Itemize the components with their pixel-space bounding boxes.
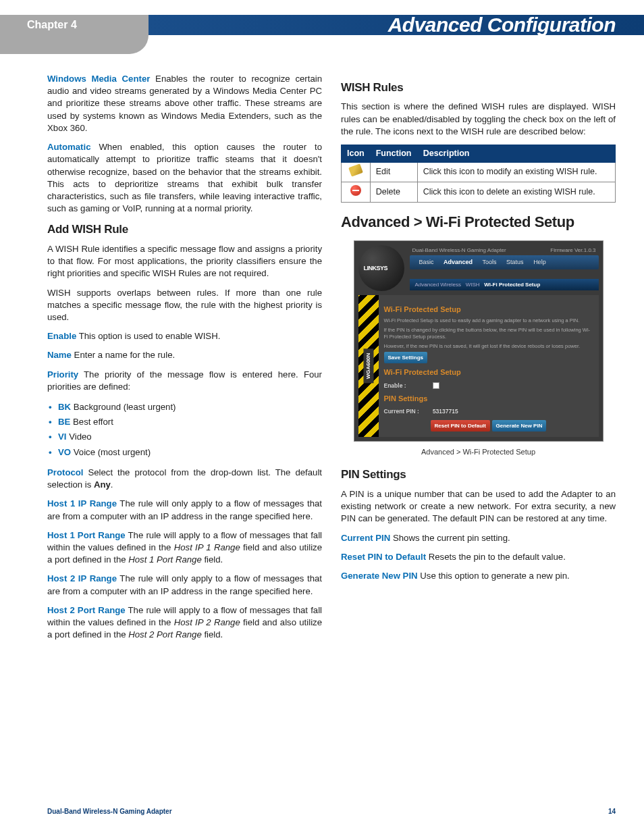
ss-subtab-b[interactable]: WISH [466, 282, 480, 288]
cell-edit-desc: Click this icon to modify an existing WI… [417, 163, 615, 182]
wps-screenshot: LINKSYS Dual-Band Wireless-N Gaming Adap… [354, 240, 603, 442]
heading-wps: Advanced > Wi-Fi Protected Setup [341, 212, 616, 232]
ss-model-label: WGA600N [363, 349, 373, 384]
term-current-pin: Current PIN [341, 533, 390, 543]
ss-reset-pin-button[interactable]: Reset PIN to Default [431, 420, 490, 432]
priority-code-vi: VI [58, 432, 66, 442]
text-name: Enter a name for the rule. [74, 350, 176, 360]
priority-text-bk: Background (least urgent) [74, 402, 176, 412]
edit-icon [348, 164, 363, 177]
text-h1port-c: field. [202, 554, 223, 565]
priority-text-be: Best effort [73, 417, 113, 427]
ss-tab-tools[interactable]: Tools [483, 259, 497, 265]
ss-section1-title: Wi-Fi Protected Setup [384, 305, 593, 315]
ss-product-line: Dual-Band Wireless-N Gaming Adapter Firm… [410, 245, 599, 255]
para-pin: A PIN is a unique number that can be use… [341, 488, 616, 525]
priority-text-vo: Voice (most urgent) [74, 447, 151, 457]
priority-item-vi: VI Video [47, 429, 322, 444]
priority-code-bk: BK [58, 402, 71, 412]
ss-subtabs: Advanced Wireless WISH Wi-Fi Protected S… [410, 279, 599, 290]
text-reset-pin: Resets the pin to the default value. [429, 552, 566, 562]
term-gen-pin: Generate New PIN [341, 571, 418, 581]
ss-desc-1: Wi-Fi Protected Setup is used to easily … [384, 317, 593, 324]
text-h1port-em1: Host IP 1 Range [174, 542, 240, 552]
text-enable: This option is used to enable WISH. [79, 331, 221, 341]
para-protocol: Protocol Select the protocol from the dr… [47, 467, 322, 491]
ss-firmware: Firmware Ver.1.0.3 [550, 246, 595, 254]
ss-enable-checkbox[interactable] [433, 382, 439, 389]
heading-pin-settings: PIN Settings [341, 467, 616, 482]
priority-list: BK Background (least urgent) BE Best eff… [47, 400, 322, 460]
text-protocol-b: . [111, 479, 113, 490]
icon-table: Icon Function Description Edit Click thi… [341, 145, 616, 203]
screenshot-caption: Advanced > Wi-Fi Protected Setup [341, 447, 616, 457]
left-column: Windows Media Center Enables the router … [47, 73, 322, 793]
term-h1port: Host 1 Port Range [47, 530, 126, 540]
ss-logo-circle: LINKSYS [358, 245, 404, 291]
term-h1ip: Host 1 IP Range [47, 498, 117, 509]
text-protocol-bold: Any [94, 479, 111, 490]
heading-wish-rules: WISH Rules [341, 80, 616, 95]
ss-logo-text: LINKSYS [364, 264, 388, 272]
cell-delete-desc: Click this icon to delete an existing WI… [417, 182, 615, 202]
ss-product: Dual-Band Wireless-N Gaming Adapter [412, 246, 506, 254]
ss-subtab-a[interactable]: Advanced Wireless [415, 282, 461, 288]
th-icon: Icon [342, 145, 371, 163]
para-h2ip: Host 2 IP Range The rule will only apply… [47, 573, 322, 597]
ss-subtab-c[interactable]: Wi-Fi Protected Setup [484, 282, 540, 288]
priority-code-vo: VO [58, 447, 71, 457]
text-priority: The priority of the message flow is ente… [47, 369, 322, 392]
ss-section2-title: Wi-Fi Protected Setup [384, 367, 593, 377]
cell-edit-icon [342, 163, 371, 182]
para-wish-rules: This section is where the defined WISH r… [341, 101, 616, 138]
text-auto: When enabled, this option causes the rou… [47, 142, 322, 213]
th-description: Description [417, 145, 615, 163]
priority-code-be: BE [58, 417, 70, 427]
ss-tab-advanced[interactable]: Advanced [444, 259, 473, 265]
ss-section3-title: PIN Settings [384, 394, 593, 404]
priority-text-vi: Video [69, 432, 92, 442]
term-h2ip: Host 2 IP Range [47, 573, 117, 583]
ss-pin-value: 53137715 [433, 408, 458, 415]
text-h1port-em2: Host 1 Port Range [128, 554, 202, 565]
ss-tabs: Basic Advanced Tools Status Help [410, 255, 599, 269]
term-wmc: Windows Media Center [47, 74, 150, 84]
ss-pin-label: Current PIN : [384, 408, 431, 416]
para-h1port: Host 1 Port Range The rule will apply to… [47, 529, 322, 567]
priority-item-be: BE Best effort [47, 415, 322, 429]
para-priority: Priority The priority of the message flo… [47, 369, 322, 393]
ss-pin-row: Current PIN : 53137715 [384, 408, 593, 416]
delete-icon [350, 185, 361, 196]
ss-generate-pin-button[interactable]: Generate New PIN [492, 420, 547, 432]
ss-enable-label: Enable : [384, 382, 431, 390]
text-h2port-c: field. [202, 629, 223, 640]
para-gen-pin: Generate New PIN Use this option to gene… [341, 570, 616, 582]
text-current-pin: Shows the current pin setting. [393, 533, 510, 543]
para-name: Name Enter a name for the rule. [47, 349, 322, 361]
ss-tab-basic[interactable]: Basic [419, 259, 434, 265]
th-function: Function [370, 145, 417, 163]
para-h1ip: Host 1 IP Range The rule will only apply… [47, 498, 322, 522]
term-protocol: Protocol [47, 467, 83, 477]
ss-side-stripe: WGA600N [358, 295, 379, 437]
text-h2port-em1: Host IP 2 Range [174, 617, 240, 627]
ss-tab-status[interactable]: Status [506, 259, 524, 265]
page-title: Advanced Configuration [388, 14, 616, 36]
text-protocol-a: Select the protocol from the drop-down l… [47, 467, 322, 490]
term-reset-pin: Reset PIN to Default [341, 552, 426, 562]
para-wmc: Windows Media Center Enables the router … [47, 73, 322, 134]
table-row: Edit Click this icon to modify an existi… [342, 163, 616, 182]
cell-delete-icon [342, 182, 371, 202]
cell-delete-func: Delete [370, 182, 417, 202]
right-column: WISH Rules This section is where the def… [341, 73, 616, 793]
para-h2port: Host 2 Port Range The rule will apply to… [47, 604, 322, 642]
para-addrule-2: WISH supports overlaps between rules. If… [47, 287, 322, 324]
term-priority: Priority [47, 369, 78, 380]
ss-save-button[interactable]: Save Settings [384, 352, 427, 363]
ss-tab-help[interactable]: Help [533, 259, 546, 265]
ss-desc-3: However, if the new PIN is not saved, it… [384, 343, 593, 350]
table-row: Delete Click this icon to delete an exis… [342, 182, 616, 202]
cell-edit-func: Edit [370, 163, 417, 182]
table-header-row: Icon Function Description [342, 145, 616, 163]
ss-enable-row: Enable : [384, 382, 593, 390]
